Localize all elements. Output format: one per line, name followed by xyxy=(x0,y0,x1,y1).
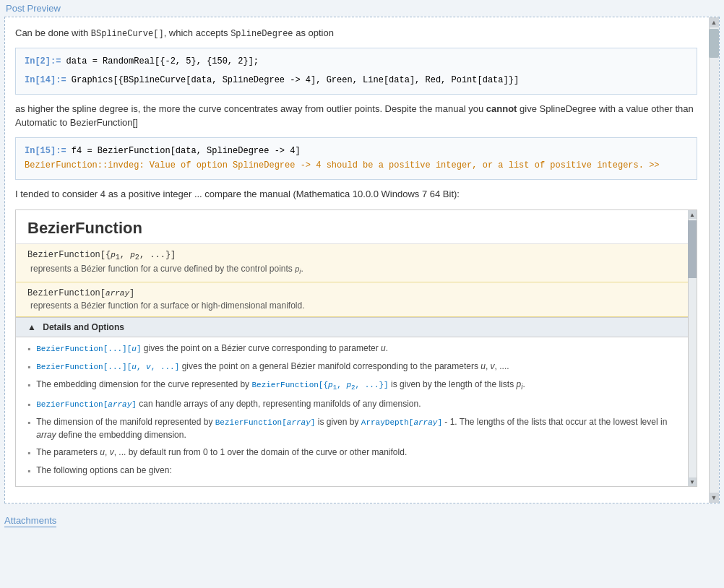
collapse-icon[interactable]: ▲ xyxy=(27,322,36,332)
code-line-2: In[14]:= Graphics[{BSplineCurve[data, Sp… xyxy=(25,73,688,87)
code-line-1: In[2]:= data = RandomReal[{-2, 5}, {150,… xyxy=(25,54,688,69)
bullet-text-1: BezierFunction[...][u] gives the point o… xyxy=(36,342,388,355)
mma-syntax-row-2: BezierFunction[array] represents a Bézie… xyxy=(16,282,697,317)
preview-panel: Can be done with BSplineCurve[], which a… xyxy=(4,17,720,503)
bullet-text-2: BezierFunction[...][u, v, ...] gives the… xyxy=(36,360,509,373)
mid-text: as higher the spline degree is, the more… xyxy=(15,102,697,130)
mma-bullet-7: ▪ The following options can be given: xyxy=(27,464,685,477)
mma-doc-title: BezierFunction xyxy=(16,210,697,244)
mma-syntax-desc-2: represents a Bézier function for a surfa… xyxy=(27,301,685,311)
bullet-dot: ▪ xyxy=(27,464,30,477)
error-line: BezierFunction::invdeg: Value of option … xyxy=(25,158,688,173)
bullet-text-5: The dimension of the manifold represente… xyxy=(36,415,685,442)
mma-bullet-6: ▪ The parameters u, v, ... by default ru… xyxy=(27,446,685,459)
mma-details-header: ▲ Details and Options xyxy=(16,317,697,337)
bullet-dot: ▪ xyxy=(27,398,30,411)
scroll-up-arrow[interactable]: ▲ xyxy=(709,17,719,27)
bullet-dot: ▪ xyxy=(27,446,30,459)
content-area: Can be done with BSplineCurve[], which a… xyxy=(15,26,697,487)
mma-doc: BezierFunction BezierFunction[{p1, p2, .… xyxy=(15,209,697,487)
intro-text: Can be done with BSplineCurve[], which a… xyxy=(15,26,697,40)
bullet-text-6: The parameters u, v, ... by default run … xyxy=(36,446,407,459)
bullet-text-3: The embedding dimension for the curve re… xyxy=(36,378,525,393)
scroll-thumb[interactable] xyxy=(709,29,719,58)
code-block-2: In[15]:= f4 = BezierFunction[data, Splin… xyxy=(15,137,697,180)
mma-bullet-5: ▪ The dimension of the manifold represen… xyxy=(27,415,685,442)
doc-scrollbar[interactable]: ▲ ▼ xyxy=(688,210,697,486)
doc-scroll-down[interactable]: ▼ xyxy=(688,477,697,486)
bullet-dot: ▪ xyxy=(27,379,30,392)
mma-syntax-row-1: BezierFunction[{p1, p2, ...}] represents… xyxy=(16,244,697,282)
code-line-3: In[15]:= f4 = BezierFunction[data, Splin… xyxy=(25,144,688,158)
mma-syntax-func-1: BezierFunction[{p1, p2, ...}] xyxy=(27,250,685,261)
bullet-dot: ▪ xyxy=(27,360,30,373)
bullet-dot: ▪ xyxy=(27,416,30,429)
mma-bullet-3: ▪ The embedding dimension for the curve … xyxy=(27,378,685,393)
mma-bullet-2: ▪ BezierFunction[...][u, v, ...] gives t… xyxy=(27,360,685,373)
doc-scroll-up[interactable]: ▲ xyxy=(688,210,697,219)
scroll-down-arrow[interactable]: ▼ xyxy=(709,493,719,503)
mma-syntax-func-2: BezierFunction[array] xyxy=(27,288,685,298)
mma-bullet-1: ▪ BezierFunction[...][u] gives the point… xyxy=(27,342,685,355)
page-wrapper: Post Preview Can be done with BSplineCur… xyxy=(0,0,724,588)
mma-syntax-desc-1: represents a Bézier function for a curve… xyxy=(27,264,685,275)
doc-scroll-thumb[interactable] xyxy=(688,220,697,278)
mma-bullet-list: ▪ BezierFunction[...][u] gives the point… xyxy=(16,337,697,486)
code-block-1: In[2]:= data = RandomReal[{-2, 5}, {150,… xyxy=(15,48,697,95)
bullet-dot: ▪ xyxy=(27,342,30,355)
mma-bullet-4: ▪ BezierFunction[array] can handle array… xyxy=(27,397,685,411)
bullet-text-7: The following options can be given: xyxy=(36,464,171,477)
bullet-text-4: BezierFunction[array] can handle arrays … xyxy=(36,397,421,411)
attachments-section: Attachments xyxy=(4,509,720,527)
post-preview-title: Post Preview xyxy=(4,3,720,14)
main-scrollbar[interactable]: ▲ ▼ xyxy=(709,17,719,503)
below-text: I tended to consider 4 as a positive int… xyxy=(15,187,697,202)
attachments-label: Attachments xyxy=(4,515,56,527)
